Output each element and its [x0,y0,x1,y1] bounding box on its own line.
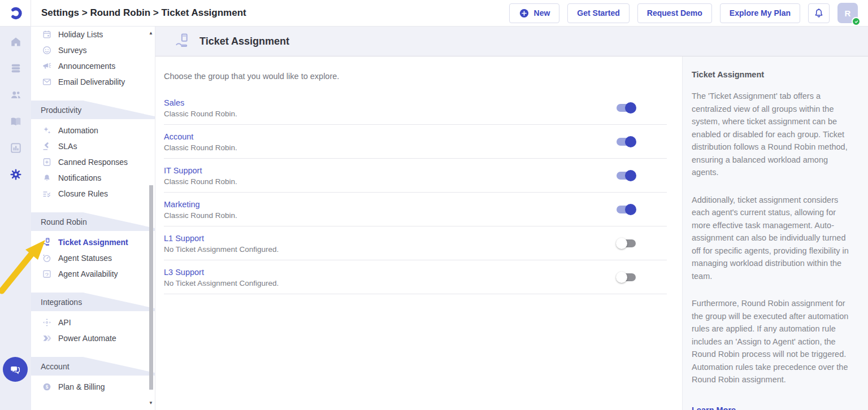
toggle-sales[interactable] [617,104,636,112]
bell-icon [813,7,824,19]
group-desc: Classic Round Robin. [164,211,617,220]
group-text: L1 SupportNo Ticket Assignment Configure… [164,233,617,254]
avatar[interactable]: R [837,3,858,23]
rail-item-contacts[interactable] [0,82,31,109]
rail-item-settings[interactable] [0,162,31,189]
app-logo[interactable] [0,0,31,26]
sidebar-scroll-down-arrow[interactable]: ▼ [149,401,153,405]
rail-item-reports[interactable] [0,136,31,162]
request-demo-label: Request Demo [647,8,702,18]
sidebar-item-holiday-lists[interactable]: Holiday Lists [31,27,155,42]
get-started-button[interactable]: Get Started [567,3,629,23]
sidebar-item-label: Plan & Billing [58,382,105,391]
sidebar-item-agent-statuses[interactable]: Agent Statuses [31,250,155,266]
rail-item-knowledge-base[interactable] [0,109,31,136]
sidebar-item-power-automate[interactable]: Power Automate [31,330,155,346]
sidebar-item-label: Ticket Assignment [58,238,128,247]
toggle-knob [625,170,636,181]
group-text: AccountClassic Round Robin. [164,132,617,152]
topbar-actions: New Get Started Request Demo Explore My … [509,3,868,23]
sidebar-item-closure-rules[interactable]: Closure Rules [31,186,155,202]
agent-availability-icon [42,269,52,279]
canned-response-icon [42,157,52,167]
group-row-account: AccountClassic Round Robin. [164,125,667,159]
bell-icon [42,173,52,183]
agent-status-icon [42,253,52,263]
megaphone-icon [42,61,52,71]
group-desc: Classic Round Robin. [164,177,617,186]
group-text: SalesClassic Round Robin. [164,98,617,118]
toggle-knob [616,238,627,249]
calendar-icon [42,29,52,40]
content-header: Ticket Assignment [155,27,868,56]
home-icon [10,36,22,50]
check-icon [854,19,859,24]
sidebar-item-automation[interactable]: Automation [31,123,155,138]
sidebar-item-slas[interactable]: SLAs [31,138,155,154]
group-row-marketing: MarketingClassic Round Robin. [164,193,667,226]
explore-my-plan-button[interactable]: Explore My Plan [720,3,800,23]
chat-widget-button[interactable] [3,357,28,382]
toggle-knob [625,136,636,147]
sidebar-item-label: Agent Availability [58,269,118,278]
group-desc: Classic Round Robin. [164,143,617,152]
sidebar-section-productivity: Productivity [31,101,155,119]
chat-icon [8,363,22,376]
smiley-icon [42,45,52,55]
sidebar-item-label: Notifications [58,173,101,182]
group-row-sales: SalesClassic Round Robin. [164,91,667,125]
info-panel: Ticket Assignment The 'Ticket Assignment… [682,56,868,410]
toggle-marketing[interactable] [617,206,636,213]
group-link-account[interactable]: Account [164,132,193,141]
sidebar-item-notifications[interactable]: Notifications [31,170,155,186]
notifications-button[interactable] [808,3,830,23]
toggle-l1-support[interactable] [617,239,636,247]
sidebar-item-email-deliverability[interactable]: Email Deliverability [31,74,155,90]
contacts-icon [10,89,22,103]
sidebar-item-api[interactable]: API [31,315,155,330]
api-icon [42,317,52,328]
sidebar-section-round-robin: Round Robin [31,212,155,231]
group-link-sales[interactable]: Sales [164,98,184,107]
group-desc: No Ticket Assignment Configured. [164,279,617,287]
breadcrumb: Settings > Round Robin > Ticket Assignme… [41,7,246,19]
avatar-initial: R [845,8,851,18]
group-link-l3-support[interactable]: L3 Support [164,268,204,277]
learn-more-link[interactable]: Learn More [692,405,736,410]
main-subtitle: Choose the group that you would like to … [164,72,682,81]
power-automate-icon [42,333,52,343]
sidebar-item-label: Holiday Lists [58,30,103,39]
sidebar-list: Holiday ListsSurveysAnnouncementsEmail D… [31,27,155,395]
toggle-it-support[interactable] [617,172,636,180]
rail-item-tickets[interactable] [0,56,31,82]
sidebar-item-label: Closure Rules [58,189,108,198]
sidebar-item-announcements[interactable]: Announcements [31,58,155,74]
toggle-account[interactable] [617,138,636,146]
sidebar-item-label: Canned Responses [58,158,128,167]
sidebar-scroll-up-arrow[interactable]: ▲ [149,31,153,36]
sidebar-item-plan-billing[interactable]: $Plan & Billing [31,379,155,395]
main-content: Choose the group that you would like to … [155,56,682,410]
group-row-l3-support: L3 SupportNo Ticket Assignment Configure… [164,260,667,294]
sidebar-item-label: Announcements [58,62,115,71]
sidebar-section-account: Account [31,357,155,376]
sidebar-item-label: API [58,318,71,327]
sidebar-item-ticket-assignment[interactable]: Ticket Assignment [31,234,155,250]
request-demo-button[interactable]: Request Demo [637,3,712,23]
sidebar-item-agent-availability[interactable]: Agent Availability [31,266,155,282]
group-list: SalesClassic Round Robin.AccountClassic … [164,91,667,294]
new-button[interactable]: New [509,3,560,23]
group-link-l1-support[interactable]: L1 Support [164,234,204,243]
toggle-knob [625,204,636,215]
rail-item-home[interactable] [0,29,31,56]
sidebar-scrollbar-thumb[interactable] [149,185,153,390]
toggle-l3-support[interactable] [617,273,636,281]
sidebar-item-label: SLAs [58,142,77,151]
sidebar-item-canned-responses[interactable]: Canned Responses [31,154,155,170]
group-link-it-support[interactable]: IT Support [164,166,202,175]
sidebar-item-label: Agent Statuses [58,254,112,263]
group-link-marketing[interactable]: Marketing [164,200,200,209]
sidebar-item-surveys[interactable]: Surveys [31,42,155,58]
group-desc: Classic Round Robin. [164,110,617,118]
sidebar-item-label: Power Automate [58,334,116,343]
